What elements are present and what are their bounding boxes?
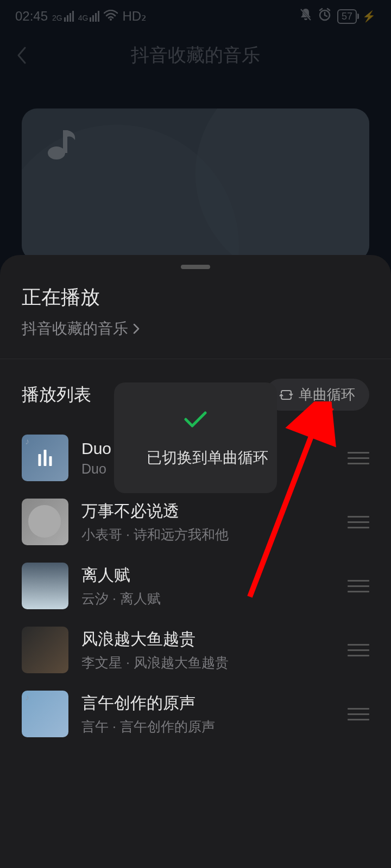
song-row[interactable]: ♪ 言午创作的原声 言午 · 言午创作的原声 bbox=[0, 682, 391, 746]
song-artist: 言午 · 言午创作的原声 bbox=[81, 718, 335, 736]
song-artist: 李文星 · 风浪越大鱼越贵 bbox=[81, 654, 335, 672]
reorder-handle-icon[interactable] bbox=[348, 644, 369, 656]
playlist-title: 播放列表 bbox=[22, 383, 91, 407]
song-artist: 小表哥 · 诗和远方我和他 bbox=[81, 526, 335, 544]
reorder-handle-icon[interactable] bbox=[348, 516, 369, 528]
song-title: 离人赋 bbox=[81, 564, 335, 586]
check-icon bbox=[147, 407, 244, 435]
song-title: 言午创作的原声 bbox=[81, 692, 335, 714]
toast-message: 已切换到单曲循环 bbox=[147, 448, 244, 468]
reorder-handle-icon[interactable] bbox=[348, 580, 369, 592]
chevron-right-icon bbox=[133, 323, 140, 335]
song-cover bbox=[22, 499, 68, 545]
song-row[interactable]: 风浪越大鱼越贵 李文星 · 风浪越大鱼越贵 bbox=[0, 618, 391, 682]
now-playing-source[interactable]: 抖音收藏的音乐 bbox=[22, 318, 369, 339]
now-playing-title: 正在播放 bbox=[22, 284, 369, 311]
song-row[interactable]: 万事不必说透 小表哥 · 诗和远方我和他 bbox=[0, 490, 391, 554]
sheet-drag-handle[interactable] bbox=[181, 265, 210, 269]
toast-notification: 已切换到单曲循环 bbox=[114, 382, 277, 493]
song-cover: ♪ bbox=[22, 435, 68, 481]
song-row[interactable]: 离人赋 云汐 · 离人赋 bbox=[0, 554, 391, 618]
loop-mode-button[interactable]: 单曲循环 bbox=[265, 379, 369, 411]
playing-indicator-icon bbox=[39, 450, 52, 466]
reorder-handle-icon[interactable] bbox=[348, 452, 369, 464]
song-cover bbox=[22, 563, 68, 609]
song-title: 万事不必说透 bbox=[81, 500, 335, 522]
repeat-icon bbox=[279, 389, 293, 401]
song-title: 风浪越大鱼越贵 bbox=[81, 628, 335, 650]
song-cover bbox=[22, 627, 68, 673]
song-artist: 云汐 · 离人赋 bbox=[81, 590, 335, 608]
song-cover: ♪ bbox=[22, 691, 68, 737]
playlist-sheet: 正在播放 抖音收藏的音乐 播放列表 单曲循环 ♪ Duo Duo 万事不必说透 … bbox=[0, 255, 391, 868]
reorder-handle-icon[interactable] bbox=[348, 708, 369, 720]
